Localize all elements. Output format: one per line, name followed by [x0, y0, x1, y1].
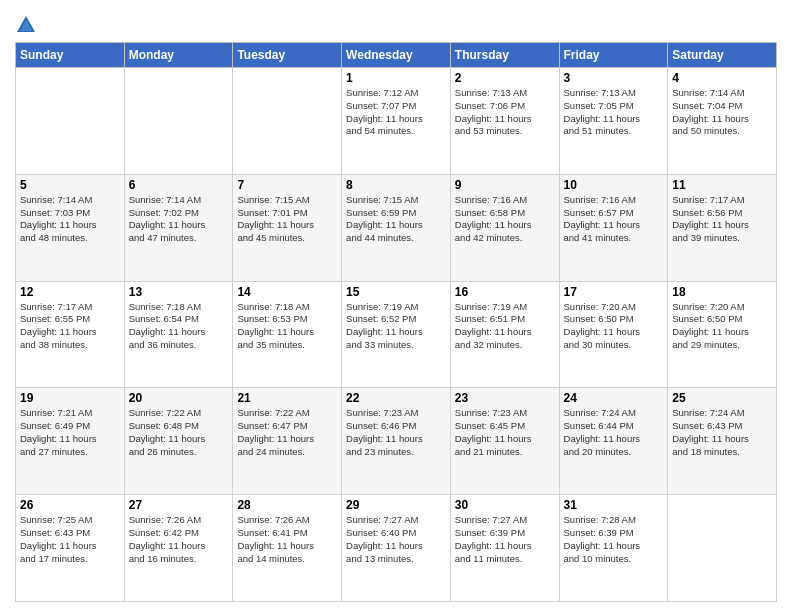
calendar-cell: 26Sunrise: 7:25 AM Sunset: 6:43 PM Dayli… [16, 495, 125, 602]
header [15, 10, 777, 36]
calendar-cell: 1Sunrise: 7:12 AM Sunset: 7:07 PM Daylig… [342, 68, 451, 175]
day-info: Sunrise: 7:23 AM Sunset: 6:46 PM Dayligh… [346, 407, 446, 458]
weekday-header-monday: Monday [124, 43, 233, 68]
day-number: 5 [20, 178, 120, 192]
day-info: Sunrise: 7:22 AM Sunset: 6:48 PM Dayligh… [129, 407, 229, 458]
day-info: Sunrise: 7:16 AM Sunset: 6:57 PM Dayligh… [564, 194, 664, 245]
day-number: 24 [564, 391, 664, 405]
day-info: Sunrise: 7:22 AM Sunset: 6:47 PM Dayligh… [237, 407, 337, 458]
day-number: 10 [564, 178, 664, 192]
calendar-table: SundayMondayTuesdayWednesdayThursdayFrid… [15, 42, 777, 602]
day-number: 30 [455, 498, 555, 512]
calendar-cell: 31Sunrise: 7:28 AM Sunset: 6:39 PM Dayli… [559, 495, 668, 602]
calendar-cell: 22Sunrise: 7:23 AM Sunset: 6:46 PM Dayli… [342, 388, 451, 495]
calendar-week-2: 12Sunrise: 7:17 AM Sunset: 6:55 PM Dayli… [16, 281, 777, 388]
day-number: 18 [672, 285, 772, 299]
weekday-header-row: SundayMondayTuesdayWednesdayThursdayFrid… [16, 43, 777, 68]
day-number: 22 [346, 391, 446, 405]
day-info: Sunrise: 7:24 AM Sunset: 6:43 PM Dayligh… [672, 407, 772, 458]
day-number: 4 [672, 71, 772, 85]
calendar-cell: 30Sunrise: 7:27 AM Sunset: 6:39 PM Dayli… [450, 495, 559, 602]
day-info: Sunrise: 7:27 AM Sunset: 6:40 PM Dayligh… [346, 514, 446, 565]
logo [15, 14, 39, 36]
calendar-week-0: 1Sunrise: 7:12 AM Sunset: 7:07 PM Daylig… [16, 68, 777, 175]
day-number: 28 [237, 498, 337, 512]
calendar-cell: 3Sunrise: 7:13 AM Sunset: 7:05 PM Daylig… [559, 68, 668, 175]
calendar-cell: 10Sunrise: 7:16 AM Sunset: 6:57 PM Dayli… [559, 174, 668, 281]
day-number: 21 [237, 391, 337, 405]
day-number: 19 [20, 391, 120, 405]
day-info: Sunrise: 7:14 AM Sunset: 7:04 PM Dayligh… [672, 87, 772, 138]
page: SundayMondayTuesdayWednesdayThursdayFrid… [0, 0, 792, 612]
day-info: Sunrise: 7:21 AM Sunset: 6:49 PM Dayligh… [20, 407, 120, 458]
day-number: 26 [20, 498, 120, 512]
day-info: Sunrise: 7:27 AM Sunset: 6:39 PM Dayligh… [455, 514, 555, 565]
day-info: Sunrise: 7:25 AM Sunset: 6:43 PM Dayligh… [20, 514, 120, 565]
day-info: Sunrise: 7:26 AM Sunset: 6:41 PM Dayligh… [237, 514, 337, 565]
day-number: 8 [346, 178, 446, 192]
calendar-cell: 7Sunrise: 7:15 AM Sunset: 7:01 PM Daylig… [233, 174, 342, 281]
calendar-cell: 23Sunrise: 7:23 AM Sunset: 6:45 PM Dayli… [450, 388, 559, 495]
calendar-cell: 8Sunrise: 7:15 AM Sunset: 6:59 PM Daylig… [342, 174, 451, 281]
weekday-header-tuesday: Tuesday [233, 43, 342, 68]
day-number: 11 [672, 178, 772, 192]
day-info: Sunrise: 7:14 AM Sunset: 7:03 PM Dayligh… [20, 194, 120, 245]
calendar-cell: 27Sunrise: 7:26 AM Sunset: 6:42 PM Dayli… [124, 495, 233, 602]
day-info: Sunrise: 7:17 AM Sunset: 6:55 PM Dayligh… [20, 301, 120, 352]
calendar-cell: 12Sunrise: 7:17 AM Sunset: 6:55 PM Dayli… [16, 281, 125, 388]
calendar-cell: 4Sunrise: 7:14 AM Sunset: 7:04 PM Daylig… [668, 68, 777, 175]
day-number: 3 [564, 71, 664, 85]
day-number: 12 [20, 285, 120, 299]
calendar-cell: 25Sunrise: 7:24 AM Sunset: 6:43 PM Dayli… [668, 388, 777, 495]
day-number: 15 [346, 285, 446, 299]
day-info: Sunrise: 7:15 AM Sunset: 7:01 PM Dayligh… [237, 194, 337, 245]
calendar-cell [124, 68, 233, 175]
calendar-cell: 29Sunrise: 7:27 AM Sunset: 6:40 PM Dayli… [342, 495, 451, 602]
day-number: 7 [237, 178, 337, 192]
weekday-header-wednesday: Wednesday [342, 43, 451, 68]
weekday-header-sunday: Sunday [16, 43, 125, 68]
day-number: 14 [237, 285, 337, 299]
calendar-cell: 14Sunrise: 7:18 AM Sunset: 6:53 PM Dayli… [233, 281, 342, 388]
calendar-cell: 2Sunrise: 7:13 AM Sunset: 7:06 PM Daylig… [450, 68, 559, 175]
day-number: 20 [129, 391, 229, 405]
weekday-header-saturday: Saturday [668, 43, 777, 68]
day-info: Sunrise: 7:26 AM Sunset: 6:42 PM Dayligh… [129, 514, 229, 565]
calendar-cell: 24Sunrise: 7:24 AM Sunset: 6:44 PM Dayli… [559, 388, 668, 495]
logo-icon [15, 14, 37, 36]
day-info: Sunrise: 7:18 AM Sunset: 6:53 PM Dayligh… [237, 301, 337, 352]
calendar-cell: 5Sunrise: 7:14 AM Sunset: 7:03 PM Daylig… [16, 174, 125, 281]
day-info: Sunrise: 7:20 AM Sunset: 6:50 PM Dayligh… [564, 301, 664, 352]
weekday-header-friday: Friday [559, 43, 668, 68]
day-number: 23 [455, 391, 555, 405]
day-info: Sunrise: 7:15 AM Sunset: 6:59 PM Dayligh… [346, 194, 446, 245]
calendar-cell [668, 495, 777, 602]
day-info: Sunrise: 7:20 AM Sunset: 6:50 PM Dayligh… [672, 301, 772, 352]
day-info: Sunrise: 7:24 AM Sunset: 6:44 PM Dayligh… [564, 407, 664, 458]
calendar-cell: 17Sunrise: 7:20 AM Sunset: 6:50 PM Dayli… [559, 281, 668, 388]
calendar-week-4: 26Sunrise: 7:25 AM Sunset: 6:43 PM Dayli… [16, 495, 777, 602]
calendar-cell: 13Sunrise: 7:18 AM Sunset: 6:54 PM Dayli… [124, 281, 233, 388]
day-info: Sunrise: 7:13 AM Sunset: 7:06 PM Dayligh… [455, 87, 555, 138]
day-number: 31 [564, 498, 664, 512]
day-info: Sunrise: 7:16 AM Sunset: 6:58 PM Dayligh… [455, 194, 555, 245]
day-number: 9 [455, 178, 555, 192]
day-info: Sunrise: 7:12 AM Sunset: 7:07 PM Dayligh… [346, 87, 446, 138]
calendar-cell [16, 68, 125, 175]
day-info: Sunrise: 7:14 AM Sunset: 7:02 PM Dayligh… [129, 194, 229, 245]
calendar-cell: 19Sunrise: 7:21 AM Sunset: 6:49 PM Dayli… [16, 388, 125, 495]
day-number: 1 [346, 71, 446, 85]
calendar-cell: 16Sunrise: 7:19 AM Sunset: 6:51 PM Dayli… [450, 281, 559, 388]
calendar-cell: 21Sunrise: 7:22 AM Sunset: 6:47 PM Dayli… [233, 388, 342, 495]
weekday-header-thursday: Thursday [450, 43, 559, 68]
calendar-cell: 11Sunrise: 7:17 AM Sunset: 6:56 PM Dayli… [668, 174, 777, 281]
calendar-week-3: 19Sunrise: 7:21 AM Sunset: 6:49 PM Dayli… [16, 388, 777, 495]
calendar-cell: 9Sunrise: 7:16 AM Sunset: 6:58 PM Daylig… [450, 174, 559, 281]
day-number: 25 [672, 391, 772, 405]
day-info: Sunrise: 7:28 AM Sunset: 6:39 PM Dayligh… [564, 514, 664, 565]
calendar-cell [233, 68, 342, 175]
day-number: 17 [564, 285, 664, 299]
calendar-week-1: 5Sunrise: 7:14 AM Sunset: 7:03 PM Daylig… [16, 174, 777, 281]
day-info: Sunrise: 7:17 AM Sunset: 6:56 PM Dayligh… [672, 194, 772, 245]
day-info: Sunrise: 7:19 AM Sunset: 6:51 PM Dayligh… [455, 301, 555, 352]
